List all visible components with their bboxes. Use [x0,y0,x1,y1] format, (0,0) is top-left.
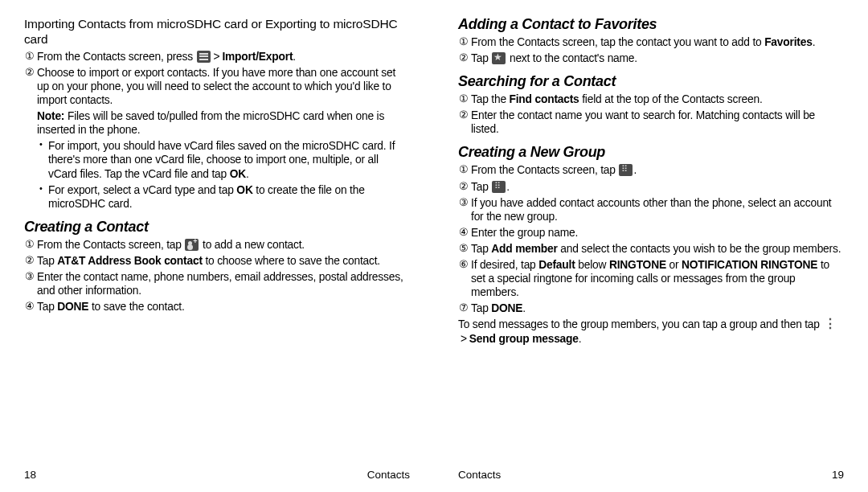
text: Tap [471,243,491,255]
period: . [246,168,249,180]
period: . [633,164,637,176]
heading-search: Searching for a Contact [458,73,844,90]
period: . [522,302,526,314]
text-2: to save the contact. [88,301,184,313]
footer-right: Contacts 19 [458,464,844,481]
text-2: next to the contact's name. [506,52,637,64]
text: Tap [37,255,57,267]
footer-section-label: Contacts [367,469,410,481]
group-icon [619,164,633,176]
bold-done: DONE [491,302,522,314]
note: Note: Files will be saved to/pulled from… [37,109,410,137]
step-2: Tap . [471,180,844,194]
text: For export, select a vCard type and tap [48,184,236,196]
text: From the Contacts screen, tap [37,239,184,251]
page-number: 18 [24,469,36,481]
step-4: Enter the group name. [471,226,844,240]
step-3: Enter the contact name, phone numbers, e… [37,270,410,297]
bold-done: DONE [57,301,88,313]
period: . [293,51,296,63]
separator: > [214,51,220,63]
text: From the Contacts screen, tap [471,164,618,176]
text: Tap the [471,93,510,105]
step-5: Tap Add member and select the contacts y… [471,242,844,256]
bold-favorites: Favorites [764,36,813,48]
steps-favorites: From the Contacts screen, tap the contac… [458,35,844,65]
text-3: or [666,259,682,271]
page-right-content: Adding a Contact to Favorites From the C… [458,16,844,464]
step-1: From the Contacts screen, tap the contac… [471,35,844,49]
star-icon [492,52,506,64]
period: . [813,36,816,48]
text-2: to add a new contact. [199,239,305,251]
steps-creating-contact: From the Contacts screen, tap to add a n… [24,238,410,314]
text: Tap [471,181,491,193]
heading-new-group: Creating a New Group [458,144,844,161]
text: From the Contacts screen, press [37,51,196,63]
step-2: Choose to import or export contacts. If … [37,66,410,107]
period: . [506,181,510,193]
heading-creating-contact: Creating a Contact [24,219,410,236]
step-1: Tap the Find contacts field at the top o… [471,92,844,106]
bold-ringtone: RINGTONE [609,259,666,271]
bullets-import-export: For import, you should have vCard files … [24,139,410,210]
text-2: to choose where to save the contact. [203,255,380,267]
bold-find-contacts: Find contacts [510,93,579,105]
text: Tap [37,301,57,313]
steps-search: Tap the Find contacts field at the top o… [458,92,844,136]
bold-ok: OK [236,184,252,196]
heading-import-export: Importing Contacts from microSDHC card o… [24,16,410,47]
bold-add-member: Add member [491,243,557,255]
step-4: Tap DONE to save the contact. [37,300,410,314]
bullet-export: For export, select a vCard type and tap … [48,183,410,211]
add-contact-icon [185,239,199,251]
text: If desired, tap [471,259,538,271]
text-2: and select the contacts you wish to be t… [558,243,841,255]
page-left-content: Importing Contacts from microSDHC card o… [24,16,410,464]
text: For import, you should have vCard files … [48,140,395,179]
bold-default: Default [538,259,575,271]
text: Tap [471,52,491,64]
separator: > [461,333,467,345]
heading-favorites: Adding a Contact to Favorites [458,16,844,33]
text: To send messages to the group members, y… [458,318,822,330]
step-6: If desired, tap Default below RINGTONE o… [471,258,844,299]
text-2: below [575,259,609,271]
step-1: From the Contacts screen, tap to add a n… [37,238,410,252]
bullet-import: For import, you should have vCard files … [48,139,410,180]
step-7: Tap DONE. [471,301,844,315]
steps-import-export: From the Contacts screen, press >Import/… [24,50,410,107]
overflow-menu-icon [823,318,831,330]
step-2: Enter the contact name you want to searc… [471,109,844,136]
menu-icon [197,51,211,63]
page-number: 19 [832,469,844,481]
note-label: Note: [37,110,64,122]
page-right: Adding a Contact to Favorites From the C… [434,0,868,492]
text: Tap [471,302,491,314]
text: From the Contacts screen, tap the contac… [471,36,764,48]
bold-notification-ringtone: NOTIFICATION RINGTONE [682,259,817,271]
steps-new-group: From the Contacts screen, tap . Tap . If… [458,163,844,315]
para-send-group-message: To send messages to the group members, y… [458,318,844,345]
step-1: From the Contacts screen, press >Import/… [37,50,410,64]
bold-send-group-message: Send group message [469,333,579,345]
group-new-icon [492,181,506,193]
text-2: field at the top of the Contacts screen. [579,93,763,105]
page-left: Importing Contacts from microSDHC card o… [0,0,434,492]
footer-left: 18 Contacts [24,464,410,481]
step-2: Tap next to the contact's name. [471,51,844,65]
bold-att-address-book: AT&T Address Book contact [57,255,203,267]
note-text: Files will be saved to/pulled from the m… [37,110,384,136]
bold-ok: OK [230,168,246,180]
step-3: If you have added contact accounts other… [471,196,844,223]
step-2: Tap AT&T Address Book contact to choose … [37,254,410,268]
step-1: From the Contacts screen, tap . [471,163,844,177]
footer-section-label: Contacts [458,469,501,481]
spread: Importing Contacts from microSDHC card o… [0,0,868,492]
bold-import-export: Import/Export [222,51,293,63]
period: . [579,333,582,345]
